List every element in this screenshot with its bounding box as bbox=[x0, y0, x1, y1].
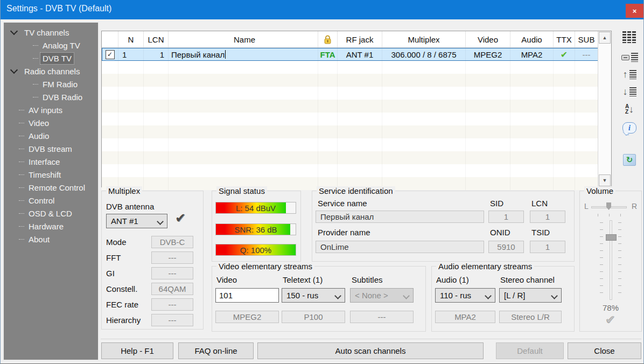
table-row-empty bbox=[102, 74, 611, 87]
volume-track[interactable] bbox=[610, 220, 612, 300]
sidebar-item-radio-channels[interactable]: Radio channels bbox=[4, 65, 98, 78]
service-name-label: Service name bbox=[318, 199, 367, 208]
hierarchy-value: --- bbox=[151, 314, 193, 326]
table-row-empty bbox=[102, 151, 611, 164]
header-multiplex[interactable]: Multiplex bbox=[382, 31, 466, 47]
settings-nav-tree: TV channels Analog TV DVB TV Radio chann… bbox=[3, 22, 99, 360]
table-scrollbar[interactable]: ▲ ▼ bbox=[598, 31, 611, 187]
sidebar-item-tv-channels[interactable]: TV channels bbox=[4, 26, 98, 39]
rename-channel-button[interactable] bbox=[621, 53, 638, 62]
sidebar-item-fm-radio[interactable]: FM Radio bbox=[4, 78, 98, 90]
default-button[interactable]: Default bbox=[496, 342, 564, 359]
header-select-column[interactable] bbox=[102, 31, 118, 47]
update-channel-list-button[interactable]: ↻ bbox=[623, 154, 636, 166]
table-row-empty bbox=[102, 61, 611, 74]
header-sub[interactable]: SUB bbox=[575, 31, 598, 47]
help-button[interactable]: Help - F1 bbox=[101, 342, 173, 359]
sidebar-item-remote-control[interactable]: Remote Control bbox=[4, 181, 98, 194]
header-encryption[interactable] bbox=[318, 31, 338, 47]
chevron-down-icon bbox=[485, 292, 492, 299]
channel-enabled-checkbox[interactable]: ✓ bbox=[106, 50, 115, 59]
table-empty-rows bbox=[102, 61, 611, 190]
sidebar-item-video[interactable]: Video bbox=[4, 116, 98, 129]
header-ttx[interactable]: TTX bbox=[554, 31, 575, 47]
mode-label: Mode bbox=[106, 237, 127, 247]
video-streams-group: Video elementary streams Video Teletext … bbox=[212, 266, 426, 332]
audio-streams-group: Audio elementary streams Audio (1) Stere… bbox=[431, 266, 575, 332]
balance-left-label: L bbox=[584, 202, 589, 211]
sidebar-item-dvb-radio[interactable]: DVB Radio bbox=[4, 90, 98, 103]
channel-info-button[interactable]: i bbox=[622, 122, 636, 134]
sidebar-item-dvb-stream[interactable]: DVB stream bbox=[4, 142, 98, 155]
subtitles-select[interactable]: < None > bbox=[350, 288, 414, 303]
sidebar-item-av-inputs[interactable]: AV inputs bbox=[4, 103, 98, 116]
list-lines-icon bbox=[631, 53, 638, 62]
scroll-down-button[interactable]: ▼ bbox=[599, 174, 611, 186]
footer-separator bbox=[101, 339, 641, 339]
volume-thumb[interactable] bbox=[606, 234, 617, 241]
header-video[interactable]: Video bbox=[466, 31, 510, 47]
sidebar-item-about[interactable]: About bbox=[4, 233, 98, 246]
header-rf-jack[interactable]: RF jack bbox=[338, 31, 382, 47]
provider-name-label: Provider name bbox=[318, 228, 370, 237]
fft-value: --- bbox=[151, 251, 193, 264]
balance-thumb[interactable] bbox=[606, 202, 611, 210]
sidebar-item-timeshift[interactable]: Timeshift bbox=[4, 168, 98, 181]
channel-row-selected[interactable]: ✓ 1 1 Первый канал FTA ANT #1 306.000 / … bbox=[102, 48, 611, 61]
volume-apply-check-icon[interactable]: ✔ bbox=[580, 313, 641, 327]
list-lines-icon bbox=[629, 70, 636, 79]
channel-list-button[interactable] bbox=[622, 31, 637, 53]
teletext-select[interactable]: 150 - rus bbox=[282, 288, 345, 303]
video-streams-title: Video elementary streams bbox=[216, 262, 314, 271]
sort-channels-button[interactable]: AZ ↓ bbox=[625, 104, 634, 115]
video-pid-input[interactable]: 101 bbox=[215, 288, 279, 303]
channel-table: N LCN Name RF jack Multiplex Video Audio… bbox=[101, 31, 612, 187]
sidebar-item-hardware[interactable]: Hardware bbox=[4, 220, 98, 233]
sort-az-icon: AZ bbox=[625, 104, 629, 115]
move-channel-up-button[interactable]: ↑ bbox=[623, 69, 636, 79]
signal-snr-text: SNR: 36 dB bbox=[216, 224, 296, 235]
table-row-empty bbox=[102, 164, 611, 177]
header-n[interactable]: N bbox=[118, 31, 144, 47]
subtitles-info-value: --- bbox=[350, 311, 414, 323]
volume-percent: 78% bbox=[580, 303, 641, 312]
close-button[interactable]: Close bbox=[568, 342, 641, 359]
fec-rate-label: FEC rate bbox=[106, 300, 138, 309]
table-row-empty bbox=[102, 138, 611, 151]
table-row-empty bbox=[102, 87, 611, 100]
header-name[interactable]: Name bbox=[169, 31, 318, 47]
move-channel-down-button[interactable]: ↓ bbox=[623, 87, 636, 96]
lcn-value: 1 bbox=[530, 211, 565, 223]
sidebar-item-control[interactable]: Control bbox=[4, 194, 98, 207]
info-icon: i bbox=[622, 122, 636, 134]
scroll-down-icon: ▼ bbox=[603, 178, 607, 183]
cell-rf-jack: ANT #1 bbox=[338, 48, 382, 61]
multiplex-group-title: Multiplex bbox=[106, 186, 142, 195]
sidebar-item-analog-tv[interactable]: Analog TV bbox=[4, 39, 98, 52]
signal-level-bar: L: 54 dBuV bbox=[215, 202, 296, 214]
close-window-button[interactable]: × bbox=[626, 4, 643, 18]
table-row-empty bbox=[102, 125, 611, 138]
stereo-channel-select[interactable]: [L / R] bbox=[499, 288, 562, 303]
header-lcn[interactable]: LCN bbox=[144, 31, 169, 47]
signal-status-title: Signal status bbox=[216, 186, 267, 195]
dvb-antenna-select[interactable]: ANT #1 bbox=[106, 214, 167, 228]
lock-icon bbox=[324, 35, 332, 44]
faq-online-button[interactable]: FAQ on-line bbox=[178, 342, 254, 359]
gi-label: GI bbox=[106, 269, 115, 278]
channel-name-edit[interactable]: Первый канал bbox=[169, 48, 318, 61]
audio-select[interactable]: 110 - rus bbox=[435, 288, 495, 303]
scroll-up-button[interactable]: ▲ bbox=[599, 32, 611, 44]
cell-lcn: 1 bbox=[144, 48, 169, 61]
edit-field-icon bbox=[621, 55, 629, 60]
arrow-up-icon: ↑ bbox=[623, 69, 628, 79]
constellation-value: 64QAM bbox=[151, 283, 193, 295]
auto-scan-channels-button[interactable]: Auto scan channels bbox=[257, 342, 484, 359]
header-audio[interactable]: Audio bbox=[510, 31, 554, 47]
sidebar-item-dvb-tv[interactable]: DVB TV bbox=[4, 52, 98, 65]
sidebar-item-osd-lcd[interactable]: OSD & LCD bbox=[4, 207, 98, 220]
sidebar-item-interface[interactable]: Interface bbox=[4, 155, 98, 168]
chevron-down-icon bbox=[10, 66, 18, 74]
volume-group: Volume L R 78% ✔ bbox=[579, 191, 642, 332]
sidebar-item-audio[interactable]: Audio bbox=[4, 129, 98, 142]
